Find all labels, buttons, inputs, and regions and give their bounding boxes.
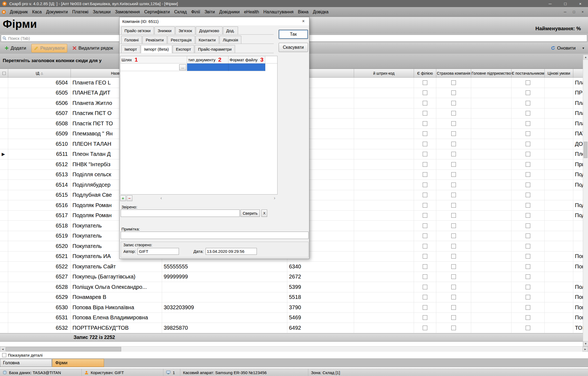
- close-button[interactable]: ×: [579, 1, 581, 6]
- is-supplier-checkbox[interactable]: [526, 111, 530, 116]
- insurance-company-checkbox[interactable]: [451, 223, 456, 228]
- is-supplier-checkbox[interactable]: [526, 264, 530, 269]
- insurance-company-checkbox[interactable]: [451, 326, 456, 330]
- table-row[interactable]: 6529Понамарев В5518Пон: [0, 292, 588, 303]
- note-input[interactable]: [121, 232, 309, 239]
- date-input[interactable]: [206, 248, 257, 255]
- insurance-company-checkbox[interactable]: [451, 213, 456, 218]
- scroll-left-icon[interactable]: ◄: [0, 347, 5, 352]
- is-branch-checkbox[interactable]: [423, 152, 427, 156]
- table-row[interactable]: 6532ПОРТТРАНСБУД"ТОВ398258706492ТОВ: [0, 323, 588, 333]
- is-supplier-checkbox[interactable]: [526, 152, 530, 156]
- browse-button[interactable]: ...: [179, 64, 186, 70]
- minimize-button[interactable]: ─: [549, 1, 552, 6]
- table-row[interactable]: 6531Попова Елена Владимировна5469Поп: [0, 313, 588, 323]
- is-branch-checkbox[interactable]: [423, 234, 427, 238]
- is-supplier-checkbox[interactable]: [526, 183, 530, 187]
- add-row-button[interactable]: +: [120, 195, 126, 201]
- is-branch-checkbox[interactable]: [423, 90, 427, 95]
- show-details-checkbox[interactable]: [2, 353, 6, 357]
- dialog-tab-r3-2[interactable]: Експорт: [173, 45, 194, 53]
- column-header-9[interactable]: Є постачальником: [511, 69, 545, 78]
- column-header-1[interactable]: ІД△: [8, 69, 71, 78]
- horizontal-scrollbar[interactable]: ◄ ►: [0, 346, 588, 352]
- insurance-company-checkbox[interactable]: [451, 254, 456, 259]
- column-header-5[interactable]: й штрих-код: [354, 69, 414, 78]
- scroll-up-icon[interactable]: ▲: [583, 54, 588, 60]
- dialog-tab-r1-3[interactable]: Додатково: [196, 26, 222, 34]
- is-supplier-checkbox[interactable]: [526, 295, 530, 299]
- import-grid-column-2[interactable]: Формат файлу3: [229, 56, 265, 63]
- insurance-company-checkbox[interactable]: [451, 285, 456, 289]
- column-header-0[interactable]: [0, 69, 8, 78]
- dialog-tab-r2-3[interactable]: Контакти: [196, 36, 219, 44]
- dialog-tab-r1-2[interactable]: Зв'язок: [175, 26, 196, 34]
- is-branch-checkbox[interactable]: [423, 326, 427, 330]
- insurance-company-checkbox[interactable]: [451, 244, 456, 248]
- insurance-company-checkbox[interactable]: [451, 295, 456, 299]
- is-supplier-checkbox[interactable]: [526, 172, 530, 177]
- insurance-company-checkbox[interactable]: [451, 111, 456, 116]
- insurance-company-checkbox[interactable]: [451, 264, 456, 269]
- is-supplier-checkbox[interactable]: [526, 254, 530, 259]
- menu-item-0[interactable]: Довідник: [8, 7, 30, 17]
- import-grid-column-1[interactable]: тип документу2: [187, 56, 229, 63]
- menu-item-4[interactable]: Залишки: [91, 7, 113, 17]
- is-branch-checkbox[interactable]: [423, 274, 427, 279]
- menu-item-7[interactable]: Склад: [172, 7, 189, 17]
- is-branch-checkbox[interactable]: [423, 223, 427, 228]
- table-row[interactable]: 6528Поліщук Ольга Олександро...5399Пол: [0, 282, 588, 292]
- table-row[interactable]: 6522Покупатель Сайт555555556340Пок: [0, 262, 588, 272]
- maximize-button[interactable]: □: [564, 1, 566, 6]
- ok-button[interactable]: Так: [279, 30, 308, 39]
- insurance-company-checkbox[interactable]: [451, 183, 456, 187]
- is-branch-checkbox[interactable]: [423, 203, 427, 208]
- column-header-6[interactable]: Є філією: [414, 69, 436, 78]
- is-branch-checkbox[interactable]: [423, 80, 427, 85]
- is-supplier-checkbox[interactable]: [526, 213, 530, 218]
- is-branch-checkbox[interactable]: [423, 172, 427, 177]
- is-branch-checkbox[interactable]: [423, 295, 427, 299]
- menu-item-6[interactable]: Сертифікати: [142, 7, 172, 17]
- bottom-tab-0[interactable]: Головна: [0, 359, 52, 367]
- insurance-company-checkbox[interactable]: [451, 305, 456, 310]
- scroll-right-icon[interactable]: ►: [583, 347, 588, 352]
- is-branch-checkbox[interactable]: [423, 162, 427, 167]
- is-branch-checkbox[interactable]: [423, 131, 427, 136]
- insurance-company-checkbox[interactable]: [451, 80, 456, 85]
- insurance-company-checkbox[interactable]: [451, 152, 456, 156]
- dialog-tab-r1-0[interactable]: Прайс-зв'язки: [121, 26, 154, 34]
- menu-item-1[interactable]: Каса: [30, 7, 44, 17]
- is-supplier-checkbox[interactable]: [526, 315, 530, 320]
- delete-row-button[interactable]: Видалити рядок: [70, 44, 115, 52]
- is-supplier-checkbox[interactable]: [526, 142, 530, 146]
- is-supplier-checkbox[interactable]: [526, 193, 530, 197]
- is-branch-checkbox[interactable]: [423, 111, 427, 116]
- cancel-button[interactable]: Скасувати: [279, 43, 308, 52]
- menu-item-9[interactable]: Звіти: [202, 7, 217, 17]
- column-header-8[interactable]: Головне підприємство: [471, 69, 511, 78]
- doc-type-cell[interactable]: [187, 63, 229, 71]
- menu-item-3[interactable]: Платежі: [70, 7, 91, 17]
- insurance-company-checkbox[interactable]: [451, 162, 456, 167]
- menu-item-12[interactable]: Налаштування: [261, 7, 296, 17]
- vertical-scrollbar[interactable]: ▲ ▼: [583, 54, 588, 346]
- dialog-tab-r3-3[interactable]: Прайс-параметри: [195, 45, 235, 53]
- is-branch-checkbox[interactable]: [423, 183, 427, 187]
- mdi-minimize-button[interactable]: ─: [564, 10, 566, 14]
- insurance-company-checkbox[interactable]: [451, 101, 456, 105]
- insurance-company-checkbox[interactable]: [451, 274, 456, 279]
- grid-scroll-right-icon[interactable]: ›: [274, 195, 275, 201]
- dialog-tab-r2-1[interactable]: Реквізити: [142, 36, 167, 44]
- is-branch-checkbox[interactable]: [423, 121, 427, 126]
- insurance-company-checkbox[interactable]: [451, 203, 456, 208]
- scroll-down-icon[interactable]: ▼: [583, 341, 588, 346]
- is-branch-checkbox[interactable]: [423, 101, 427, 105]
- dialog-tab-r2-4[interactable]: Ліцензія: [220, 36, 242, 44]
- is-supplier-checkbox[interactable]: [526, 234, 530, 238]
- menu-item-8[interactable]: Філії: [189, 7, 202, 17]
- is-supplier-checkbox[interactable]: [526, 90, 530, 95]
- is-branch-checkbox[interactable]: [423, 285, 427, 289]
- is-supplier-checkbox[interactable]: [526, 285, 530, 289]
- import-grid-row[interactable]: ...: [120, 63, 277, 71]
